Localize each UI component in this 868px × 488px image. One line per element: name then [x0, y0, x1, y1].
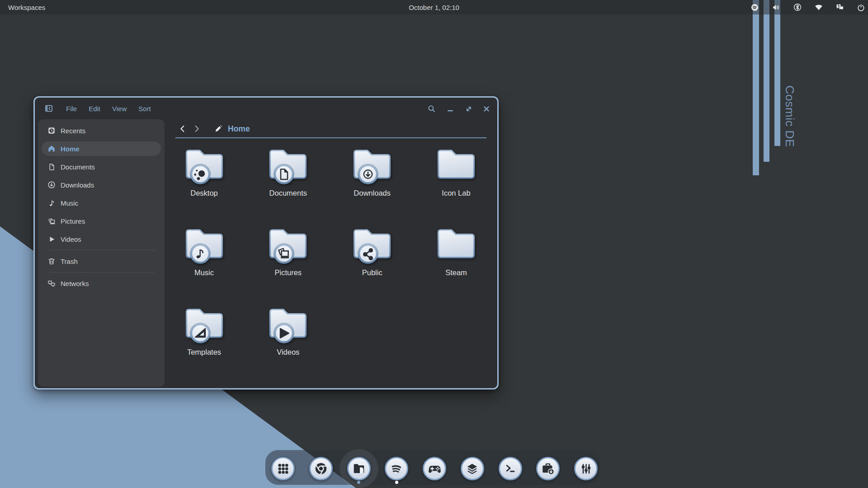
- menu-file[interactable]: File: [66, 105, 77, 113]
- sidebar-item-label: Videos: [61, 235, 81, 243]
- sidebar-item-home[interactable]: Home: [42, 140, 161, 158]
- sidebar-toggle-icon[interactable]: [45, 105, 52, 112]
- menu-sort[interactable]: Sort: [138, 105, 151, 113]
- wallpaper-bar: [774, 0, 780, 146]
- trash-icon: [47, 257, 56, 265]
- folder-item-steam[interactable]: Steam: [414, 229, 497, 277]
- folder-label: Pictures: [274, 268, 302, 277]
- dock-item-spotify[interactable]: [385, 457, 408, 480]
- folder-item-pictures[interactable]: Pictures: [246, 229, 330, 277]
- folder-item-downloads[interactable]: Downloads: [330, 150, 414, 197]
- sidebar-item-label: Documents: [61, 163, 95, 171]
- sidebar-item-label: Home: [61, 145, 80, 153]
- bluetooth-icon[interactable]: [787, 0, 808, 14]
- sidebar-item-label: Networks: [61, 280, 89, 287]
- menubar: FileEditViewSort: [66, 98, 151, 119]
- folder-label: Videos: [277, 348, 299, 356]
- folder-label: Downloads: [354, 189, 391, 197]
- dock-item-settings[interactable]: [574, 457, 598, 480]
- music-icon: [47, 199, 56, 207]
- sidebar-item-recents[interactable]: Recents: [42, 122, 161, 140]
- document-icon: [47, 163, 56, 171]
- folder-label: Desktop: [190, 189, 218, 197]
- running-indicator-dot: [395, 481, 398, 484]
- sidebar-item-label: Downloads: [61, 181, 94, 189]
- folder-label: Icon Lab: [442, 189, 470, 197]
- breadcrumb[interactable]: Home: [228, 124, 250, 134]
- dock-item-chromium[interactable]: [309, 457, 333, 480]
- folder-item-templates[interactable]: Templates: [162, 309, 246, 356]
- sidebar-item-videos[interactable]: Videos: [42, 230, 161, 248]
- notifications-icon[interactable]: [829, 0, 850, 14]
- menu-view[interactable]: View: [112, 105, 127, 113]
- menu-edit[interactable]: Edit: [89, 105, 100, 113]
- folder-item-public[interactable]: Public: [330, 229, 414, 277]
- wifi-icon[interactable]: [808, 0, 829, 14]
- sidebar-item-pictures[interactable]: Pictures: [42, 212, 161, 230]
- running-indicator-dot: [357, 481, 360, 484]
- folder-item-videos[interactable]: Videos: [246, 309, 330, 356]
- dock-item-app-store[interactable]: [536, 457, 560, 480]
- sidebar-item-documents[interactable]: Documents: [42, 158, 161, 176]
- forward-button[interactable]: [192, 124, 202, 134]
- sidebar-item-downloads[interactable]: Downloads: [42, 176, 161, 194]
- folder-label: Documents: [269, 189, 307, 197]
- dock-item-games[interactable]: [423, 457, 446, 480]
- sidebar-item-label: Music: [61, 199, 78, 207]
- sidebar-item-label: Trash: [61, 258, 78, 265]
- minimize-button[interactable]: [444, 103, 456, 114]
- sidebar-divider: [49, 272, 155, 272]
- top-panel: Workspaces October 1, 02:10: [0, 0, 868, 14]
- dock-item-terminal[interactable]: [499, 457, 522, 480]
- dock-item-app-launcher[interactable]: [271, 457, 295, 480]
- wallpaper-bar: [764, 0, 769, 162]
- search-button[interactable]: [426, 103, 437, 114]
- titlebar[interactable]: FileEditViewSort: [35, 98, 497, 119]
- play-icon: [47, 235, 56, 243]
- folder-label: Steam: [445, 268, 467, 277]
- header-divider: [175, 137, 486, 138]
- close-button[interactable]: [481, 103, 492, 114]
- sidebar-divider: [49, 250, 155, 250]
- pictures-icon: [47, 217, 56, 225]
- wallpaper-bar: [753, 0, 759, 175]
- download-icon: [47, 181, 56, 189]
- folder-label: Templates: [187, 348, 221, 356]
- sidebar: RecentsHome Documents Downloads Music Pi…: [38, 119, 165, 387]
- back-button[interactable]: [178, 124, 188, 134]
- maximize-button[interactable]: [463, 103, 474, 114]
- home-icon: [47, 145, 56, 153]
- system-tray: [744, 0, 868, 14]
- edit-location-icon[interactable]: [214, 124, 223, 133]
- dock-item-lutris[interactable]: [461, 457, 484, 480]
- sidebar-item-music[interactable]: Music: [42, 194, 161, 212]
- networks-icon: [47, 279, 56, 287]
- sidebar-item-networks[interactable]: Networks: [42, 274, 161, 292]
- recents-icon: [47, 127, 56, 135]
- sidebar-item-label: Recents: [61, 127, 85, 135]
- folder-item-documents[interactable]: Documents: [246, 150, 330, 197]
- spotify-status-icon[interactable]: [744, 0, 765, 14]
- folder-item-music[interactable]: Music: [162, 229, 246, 277]
- dock-item-files[interactable]: [347, 457, 371, 480]
- sidebar-item-trash[interactable]: Trash: [42, 252, 161, 270]
- volume-icon[interactable]: [765, 0, 787, 14]
- folder-item-desktop[interactable]: Desktop: [162, 150, 246, 197]
- folder-label: Public: [362, 268, 382, 277]
- wallpaper-brand-text: Cosmic DE: [783, 85, 797, 147]
- sidebar-item-label: Pictures: [61, 217, 85, 225]
- folder-item-icon-lab[interactable]: Icon Lab: [414, 150, 497, 197]
- files-window: FileEditViewSort Home RecentsHome Docume…: [33, 96, 499, 389]
- dock: [265, 450, 600, 485]
- folder-label: Music: [194, 268, 214, 277]
- clock-applet[interactable]: October 1, 02:10: [0, 0, 868, 14]
- power-icon[interactable]: [850, 0, 868, 14]
